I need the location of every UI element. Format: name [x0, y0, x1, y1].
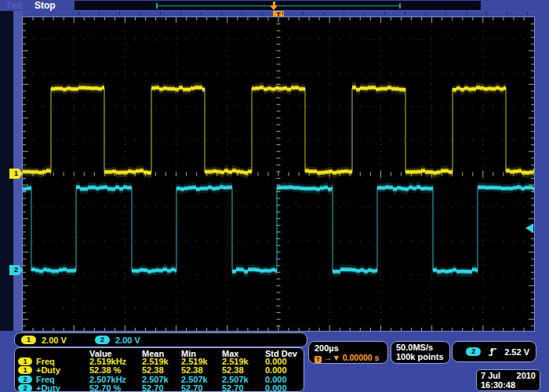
record-scale-tick [201, 12, 202, 15]
meas-value: 2.507k [222, 376, 249, 384]
trigger-level-arrow[interactable] [525, 223, 533, 233]
measurement-row: 2+Duty52.70 %52.7052.7052.700.000 [15, 384, 304, 392]
record-length: 100k points [396, 352, 444, 361]
trigger-t-icon: T [314, 356, 322, 363]
record-scale-tick [507, 12, 507, 15]
record-scale-tick [323, 12, 324, 15]
record-scale-tick [445, 12, 446, 15]
meas-value: 52.70 % [89, 384, 121, 392]
record-scale-tick [384, 12, 385, 15]
record-scale-tick [344, 12, 344, 15]
time-text: 16:30:48 [481, 380, 515, 390]
meas-value: 52.38 [181, 366, 203, 375]
trigger-source-badge: 2 [466, 347, 481, 356]
ch1-scale: 2.00 V [42, 336, 67, 345]
meas-value: 0.000 [265, 376, 287, 384]
waveform-display [23, 17, 534, 331]
record-scale-tick [242, 12, 242, 15]
record-scale-tick [78, 12, 79, 15]
rising-edge-icon [488, 347, 497, 358]
ch1-badge[interactable]: 1 [21, 336, 36, 344]
trigger-delay-arrows-icon: →▼ [324, 353, 340, 362]
meas-value: 0.000 [265, 366, 287, 375]
trigger-delay-readout: T →▼ 0.00000 s [314, 353, 379, 363]
meas-value: 52.70 [222, 384, 244, 392]
record-scale-tick [221, 12, 222, 15]
measurement-row: 2Freq2.507kHz2.507k2.507k2.507k0.000 [15, 376, 304, 384]
waveform-svg [23, 17, 534, 331]
record-scale-tick [527, 12, 528, 15]
record-window-line [157, 5, 400, 6]
meas-channel-badge: 2 [18, 376, 32, 383]
record-scale-tick [262, 12, 263, 15]
record-scale-tick [303, 12, 304, 15]
meas-value: 52.38 [222, 366, 244, 375]
acquisition-status: Stop [35, 0, 56, 11]
meas-channel-badge: 2 [18, 384, 32, 392]
meas-channel-badge: 1 [18, 358, 32, 365]
meas-channel-badge: 1 [18, 366, 32, 374]
meas-value: 52.70 [142, 384, 164, 392]
trigger-settings-box[interactable]: 2 2.52 V [452, 341, 536, 362]
meas-value: 2.507kHz [89, 376, 126, 384]
meas-name: +Duty [36, 366, 60, 375]
trigger-delay-value: 0.00000 s [343, 353, 380, 362]
trigger-level-readout: 2.52 V [504, 347, 529, 357]
record-scale-tick [405, 12, 405, 15]
datetime-box: 7 Jul2010 16:30:48 [476, 369, 540, 391]
record-trigger-arrowhead-icon[interactable] [270, 5, 278, 10]
record-scale-tick [425, 12, 426, 15]
meas-value: 52.38 [142, 366, 164, 375]
acquisition-box[interactable]: 50.0MS/s 100k points [391, 341, 450, 364]
measurement-row: 1+Duty52.38 %52.3852.3852.380.000 [15, 366, 304, 375]
meas-name: +Duty [36, 384, 60, 392]
ch2-badge[interactable]: 2 [95, 336, 110, 344]
record-view-strip [75, 1, 481, 11]
measurements-table: ValueMeanMinMaxStd Dev1Freq2.519kHz2.519… [14, 347, 304, 392]
oscilloscope-screen: Tek Stop T 1 2 1 2.00 V 2 2.00 V ValueMe… [0, 0, 549, 392]
record-scale-tick [466, 12, 467, 15]
sample-rate: 50.0MS/s [396, 343, 433, 352]
year-text: 2010 [517, 371, 536, 380]
date-text: 7 Jul [481, 371, 500, 380]
record-window-left-bracket [156, 3, 158, 9]
record-scale-tick [119, 12, 120, 15]
meas-value: 52.38 % [89, 366, 121, 375]
meas-value: 2.507k [181, 376, 208, 384]
record-scale-tick [180, 12, 181, 15]
timebase-readout: 200µs [314, 343, 339, 353]
meas-value: 52.70 [181, 384, 203, 392]
meas-name: Freq [36, 376, 55, 384]
ch2-scale: 2.00 V [115, 336, 140, 345]
meas-value: 2.507k [142, 376, 169, 384]
record-window-right-bracket [399, 3, 401, 9]
record-scale-tick [99, 12, 100, 15]
record-scale-tick [364, 12, 365, 15]
horizontal-settings-box[interactable]: 200µs T →▼ 0.00000 s [308, 341, 388, 364]
meas-value: 0.000 [265, 384, 287, 392]
record-scale-tick [282, 12, 283, 15]
record-scale-tick [160, 12, 161, 15]
channel-scales-bar[interactable]: 1 2.00 V 2 2.00 V [14, 332, 307, 347]
record-scale-tick [486, 12, 487, 15]
tek-logo: Tek [5, 0, 23, 11]
record-scale-tick [140, 12, 140, 15]
